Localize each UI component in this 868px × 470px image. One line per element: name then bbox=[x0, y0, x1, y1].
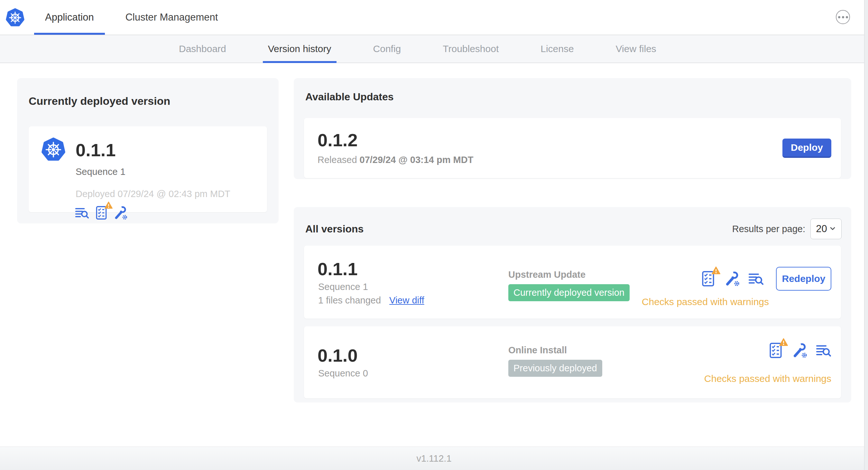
checks-status[interactable]: Checks passed with warnings bbox=[704, 373, 831, 384]
all-versions-title: All versions bbox=[305, 223, 364, 235]
app-root: { "header": { "tabs": [ {"label": "Appli… bbox=[0, 0, 868, 470]
tab-dashboard[interactable]: Dashboard bbox=[174, 35, 231, 63]
version-number: 0.1.1 bbox=[317, 259, 358, 279]
version-row: 0.1.0 Sequence 0 Online Install Previous… bbox=[304, 326, 841, 398]
results-per-page-label: Results per page: bbox=[732, 224, 805, 234]
update-released-date: 07/29/24 @ 03:14 pm MDT bbox=[360, 155, 473, 165]
config-icon[interactable] bbox=[724, 271, 740, 287]
tab-view-files[interactable]: View files bbox=[611, 35, 661, 63]
scrollbar[interactable] bbox=[864, 0, 868, 470]
logs-icon[interactable] bbox=[748, 271, 764, 287]
currently-deployed-card: Currently deployed version 0.1.1 Seque bbox=[17, 78, 279, 224]
view-diff-link[interactable]: View diff bbox=[389, 295, 424, 306]
deployed-timestamp: Deployed 07/29/24 @ 02:43 pm MDT bbox=[75, 189, 254, 199]
version-row: 0.1.1 Sequence 1 1 files changed View di… bbox=[304, 246, 841, 318]
warning-icon bbox=[712, 267, 720, 276]
deploy-button[interactable]: Deploy bbox=[782, 139, 831, 158]
available-updates-card: Available Updates 0.1.2 Released07/29/24… bbox=[294, 78, 851, 179]
preflight-checks-icon[interactable] bbox=[768, 342, 784, 359]
deployed-card-title: Currently deployed version bbox=[29, 95, 170, 107]
tab-cluster-management[interactable]: Cluster Management bbox=[115, 0, 229, 35]
warning-icon bbox=[779, 338, 788, 347]
preflight-checks-icon[interactable] bbox=[94, 206, 108, 220]
deployed-sequence: Sequence 1 bbox=[75, 167, 254, 177]
config-icon[interactable] bbox=[114, 206, 128, 220]
redeploy-button[interactable]: Redeploy bbox=[776, 267, 831, 291]
deployed-version-number: 0.1.1 bbox=[75, 141, 116, 160]
ellipsis-icon bbox=[838, 16, 840, 18]
files-changed-label: 1 files changed bbox=[318, 295, 381, 306]
update-released-line: Released07/29/24 @ 03:14 pm MDT bbox=[317, 155, 473, 165]
logs-icon[interactable] bbox=[75, 206, 89, 220]
warning-icon bbox=[104, 202, 113, 210]
logs-icon[interactable] bbox=[816, 343, 831, 358]
version-source: Online Install bbox=[508, 345, 567, 356]
version-sequence: Sequence 0 bbox=[318, 368, 368, 379]
kubernetes-logo bbox=[6, 8, 25, 27]
checks-status[interactable]: Checks passed with warnings bbox=[642, 296, 769, 307]
deployed-version-panel: 0.1.1 Sequence 1 Deployed 07/29/24 @ 02:… bbox=[29, 126, 267, 212]
preflight-checks-icon[interactable] bbox=[700, 271, 716, 287]
status-badge: Currently deployed version bbox=[508, 284, 630, 301]
more-menu-button[interactable] bbox=[836, 10, 850, 24]
top-header: Application Cluster Management bbox=[0, 0, 868, 35]
config-icon[interactable] bbox=[792, 343, 808, 358]
version-source: Upstream Update bbox=[508, 269, 586, 280]
console-version: v1.112.1 bbox=[416, 453, 452, 464]
tab-application[interactable]: Application bbox=[34, 0, 105, 35]
tab-version-history[interactable]: Version history bbox=[263, 35, 337, 63]
update-row: 0.1.2 Released07/29/24 @ 03:14 pm MDT De… bbox=[304, 118, 841, 178]
footer: v1.112.1 bbox=[0, 446, 868, 470]
update-version-number: 0.1.2 bbox=[317, 131, 473, 150]
tab-license[interactable]: License bbox=[535, 35, 579, 63]
kubernetes-logo bbox=[41, 137, 65, 163]
version-sequence: Sequence 1 bbox=[318, 281, 368, 292]
status-badge: Previously deployed bbox=[508, 360, 602, 377]
chevron-down-icon bbox=[829, 223, 836, 235]
available-updates-title: Available Updates bbox=[305, 91, 394, 103]
tab-config[interactable]: Config bbox=[368, 35, 406, 63]
version-number: 0.1.0 bbox=[317, 345, 358, 366]
all-versions-card: All versions Results per page: 20 0.1.1 … bbox=[294, 207, 851, 402]
results-per-page-select[interactable]: 20 bbox=[810, 219, 842, 239]
app-subnav: Dashboard Version history Config Trouble… bbox=[0, 35, 868, 63]
tab-troubleshoot[interactable]: Troubleshoot bbox=[438, 35, 504, 63]
